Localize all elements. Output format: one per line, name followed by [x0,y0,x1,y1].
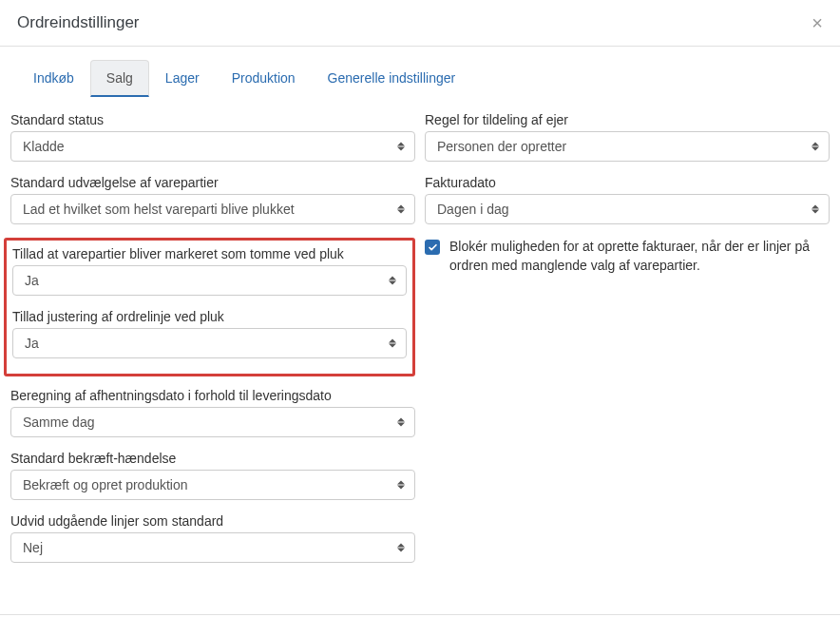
field-status: Standard status Kladde [10,112,415,162]
select-allow-adjust[interactable]: Ja [12,328,407,358]
field-confirm-event: Standard bekræft-hændelse Bekræft og opr… [10,451,415,500]
left-column: Standard status Kladde Standard udvælgel… [10,112,415,576]
select-confirm-event-value: Bekræft og opret produktion [23,477,188,492]
chevron-updown-icon [397,205,405,214]
select-batch-selection-value: Lad et hvilket som helst vareparti blive… [23,202,295,217]
select-expand-lines[interactable]: Nej [10,532,415,563]
right-column: Regel for tildeling af ejer Personen der… [425,112,830,576]
select-allow-empty[interactable]: Ja [12,265,407,296]
select-batch-selection[interactable]: Lad et hvilket som helst vareparti blive… [10,194,415,224]
label-block-invoice: Blokér muligheden for at oprette faktura… [449,238,830,275]
select-allow-empty-value: Ja [25,273,39,288]
field-allow-adjust: Tillad justering af ordrelinje ved pluk … [12,309,407,358]
check-icon [428,242,438,253]
field-invoice-date: Fakturadato Dagen i dag [425,175,830,224]
field-allow-empty: Tillad at varepartier bliver markeret so… [12,246,407,296]
highlight-box: Tillad at varepartier bliver markeret so… [4,238,415,376]
chevron-updown-icon [397,481,405,490]
label-batch-selection: Standard udvælgelse af varepartier [10,175,415,190]
chevron-updown-icon [389,339,396,348]
modal-header: Ordreindstillinger × [0,0,840,47]
select-allow-adjust-value: Ja [25,336,39,351]
field-batch-selection: Standard udvælgelse af varepartier Lad e… [10,175,415,224]
label-allow-empty: Tillad at varepartier bliver markeret so… [12,246,407,261]
chevron-updown-icon [811,205,819,214]
select-pickup-calc-value: Samme dag [23,415,94,430]
chevron-updown-icon [811,143,819,151]
select-expand-lines-value: Nej [23,540,43,555]
tab-generelle[interactable]: Generelle indstillinger [312,60,472,97]
tab-produktion[interactable]: Produktion [216,60,312,97]
select-owner-rule-value: Personen der opretter [437,139,566,154]
chevron-updown-icon [397,143,405,151]
tab-lager[interactable]: Lager [149,60,216,97]
content: Standard status Kladde Standard udvælgel… [0,97,840,614]
modal-title: Ordreindstillinger [17,13,140,32]
select-status-value: Kladde [23,139,65,154]
label-allow-adjust: Tillad justering af ordrelinje ved pluk [12,309,407,324]
tab-salg[interactable]: Salg [90,60,149,97]
field-owner-rule: Regel for tildeling af ejer Personen der… [425,112,830,162]
select-confirm-event[interactable]: Bekræft og opret produktion [10,470,415,500]
checkbox-block-invoice[interactable] [425,240,440,255]
label-expand-lines: Udvid udgående linjer som standard [10,513,415,529]
select-invoice-date[interactable]: Dagen i dag [425,194,830,224]
close-icon[interactable]: × [811,13,823,32]
field-pickup-calc: Beregning af afhentningsdato i forhold t… [10,388,415,437]
chevron-updown-icon [389,277,396,285]
field-block-invoice: Blokér muligheden for at oprette faktura… [425,238,830,275]
select-owner-rule[interactable]: Personen der opretter [425,131,830,162]
chevron-updown-icon [397,418,405,427]
select-pickup-calc[interactable]: Samme dag [10,407,415,437]
label-owner-rule: Regel for tildeling af ejer [425,112,830,127]
select-invoice-date-value: Dagen i dag [437,202,509,217]
tab-indkob[interactable]: Indkøb [17,60,90,97]
label-confirm-event: Standard bekræft-hændelse [10,451,415,466]
tabs: Indkøb Salg Lager Produktion Generelle i… [0,60,840,97]
label-status: Standard status [10,112,415,127]
label-invoice-date: Fakturadato [425,175,830,190]
chevron-updown-icon [397,544,405,552]
select-status[interactable]: Kladde [10,131,415,162]
field-expand-lines: Udvid udgående linjer som standard Nej [10,513,415,563]
label-pickup-calc: Beregning af afhentningsdato i forhold t… [10,388,415,403]
